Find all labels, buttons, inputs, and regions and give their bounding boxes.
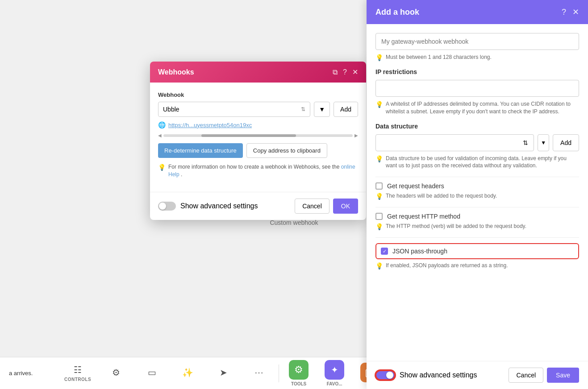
checkbox-headers-row: Get request headers [375, 182, 579, 190]
json-passthrough-label: JSON pass-through [392, 248, 447, 255]
webhook-add-btn[interactable]: Add [334, 102, 358, 117]
scroll-left-icon[interactable]: ◀ [158, 133, 162, 138]
toolbar-magic[interactable]: ✨ [170, 364, 205, 383]
name-hint: 💡 Must be between 1 and 128 characters l… [375, 54, 579, 61]
favorites-icon: ✦ [325, 360, 344, 380]
divider1 [375, 177, 579, 177]
ip-hint-icon: 💡 [375, 101, 383, 108]
webhook-select-row: Ubble ⇅ ▼ Add [158, 102, 358, 117]
scroll-right-icon[interactable]: ▶ [354, 133, 358, 138]
status-text: a arrives. [4, 370, 57, 377]
divider3 [375, 237, 579, 238]
ip-hint-text: A whitelist of IP addresses delimited by… [386, 100, 579, 116]
webhook-dropdown-btn[interactable]: ▼ [314, 102, 330, 117]
toggle-knob-hook [386, 372, 393, 379]
notes-icon: ▭ [148, 367, 156, 378]
advanced-settings-toggle[interactable] [158, 202, 176, 211]
checkbox-method-row: Get request HTTP method [375, 213, 579, 220]
toolbar-notes[interactable]: ▭ [134, 364, 170, 383]
checkbox-headers-label: Get request headers [387, 182, 444, 190]
data-structure-add-btn[interactable]: Add [553, 134, 579, 151]
divider2 [375, 207, 579, 207]
cancel-button[interactable]: Cancel [295, 199, 329, 214]
close-icon[interactable]: ✕ [352, 68, 358, 76]
webhook-hint-row: 💡 For more information on how to create … [158, 163, 358, 178]
expand-icon[interactable]: ⧉ [333, 68, 338, 76]
data-structure-select[interactable]: ⇅ [375, 134, 534, 151]
webhooks-modal-title: Webhooks [158, 68, 194, 76]
webhooks-modal-header: Webhooks ⧉ ? ✕ [150, 62, 366, 83]
add-hook-panel: Add a hook ? ✕ 💡 Must be between 1 and 1… [367, 0, 588, 389]
json-hint-icon: 💡 [375, 262, 383, 269]
webhooks-modal-body: Webhook Ubble ⇅ ▼ Add 🌐 https://h...uyes… [150, 83, 366, 192]
name-hint-text: Must be between 1 and 128 characters lon… [386, 54, 492, 61]
hook-name-input[interactable] [375, 33, 579, 50]
webhooks-modal-actions: ⧉ ? ✕ [333, 68, 358, 76]
toolbar-more[interactable]: ⋯ [241, 364, 277, 383]
json-passthrough-row: ✓ JSON pass-through [375, 243, 579, 259]
webhook-field-label: Webhook [158, 91, 358, 98]
data-structure-arrows-icon: ⇅ [523, 139, 528, 146]
footer-right-buttons: Cancel Save [509, 368, 579, 383]
toolbar-settings[interactable]: ⚙ [98, 364, 134, 383]
headers-hint: 💡 The headers will be added to the reque… [375, 192, 579, 200]
webhook-subtitle: Custom webhook [270, 219, 318, 226]
help-icon[interactable]: ? [343, 68, 347, 76]
json-hint: 💡 If enabled, JSON payloads are returned… [375, 262, 579, 269]
ok-button[interactable]: OK [333, 199, 358, 214]
toolbar-controls[interactable]: ☷ CONTROLS [57, 361, 98, 385]
add-hook-close-icon[interactable]: ✕ [572, 7, 579, 17]
copy-address-btn[interactable]: Copy address to clipboard [246, 143, 327, 158]
headers-hint-text: The headers will be added to the request… [386, 192, 497, 200]
webhook-select[interactable]: Ubble ⇅ [158, 102, 310, 117]
hint-icon: 💡 [158, 164, 166, 178]
data-structure-hint-icon: 💡 [375, 155, 383, 162]
ip-hint: 💡 A whitelist of IP addresses delimited … [375, 100, 579, 116]
headers-hint-icon: 💡 [375, 193, 383, 200]
toolbar-divider [279, 364, 279, 382]
checkbox-method-label: Get request HTTP method [387, 213, 460, 220]
save-button[interactable]: Save [547, 368, 579, 383]
url-scrollbar-thumb [201, 134, 296, 137]
checkbox-json-passthrough[interactable]: ✓ [381, 248, 388, 255]
toolbar-tools[interactable]: ⚙ TOOLS [281, 356, 317, 389]
add-hook-help-icon[interactable]: ? [562, 8, 566, 17]
webhook-url[interactable]: https://h...uyessmetpto54on19xc [168, 122, 358, 128]
toolbar-send[interactable]: ➤ [205, 364, 241, 383]
method-hint-text: The HTTP method (verb) will be added to … [386, 223, 526, 230]
magic-icon: ✨ [182, 367, 193, 378]
advanced-settings-toggle-row: Show advanced settings [158, 202, 258, 211]
footer-toggle-row: Show advanced settings [375, 370, 477, 380]
settings-icon: ⚙ [112, 367, 120, 378]
method-hint: 💡 The HTTP method (verb) will be added t… [375, 223, 579, 230]
webhooks-modal-footer: Show advanced settings Cancel OK [150, 192, 366, 220]
add-hook-title: Add a hook [375, 8, 419, 17]
webhook-select-value: Ubble [163, 106, 179, 113]
footer-buttons: Cancel OK [295, 199, 358, 214]
cancel-hook-button[interactable]: Cancel [509, 368, 543, 383]
data-structure-hint: 💡 Data structure to be used for validati… [375, 155, 579, 170]
add-hook-body: 💡 Must be between 1 and 128 characters l… [367, 24, 588, 361]
webhook-hint-text: For more information on how to create a … [168, 163, 358, 178]
more-icon: ⋯ [254, 367, 263, 378]
toolbar-favorites[interactable]: ✦ FAVO... [317, 356, 352, 389]
data-structure-dropdown-btn[interactable]: ▼ [538, 134, 549, 151]
checkbox-headers[interactable] [375, 182, 383, 190]
redetermine-btn[interactable]: Re-determine data structure [158, 143, 243, 158]
webhook-url-row: 🌐 https://h...uyessmetpto54on19xc [158, 121, 358, 128]
favorites-label: FAVO... [327, 381, 342, 386]
add-hook-header-icons: ? ✕ [562, 7, 579, 17]
add-hook-header: Add a hook ? ✕ [367, 0, 588, 24]
advanced-settings-toggle-hook[interactable] [375, 370, 395, 380]
data-structure-row: ⇅ ▼ Add [375, 134, 579, 151]
checkbox-method[interactable] [375, 213, 383, 220]
ip-label: IP restrictions [375, 68, 579, 75]
ip-input[interactable] [375, 80, 579, 97]
controls-label: CONTROLS [64, 377, 91, 382]
tools-label: TOOLS [291, 381, 306, 386]
action-btns-row: Re-determine data structure Copy address… [158, 143, 358, 158]
url-scrollbar[interactable] [163, 134, 353, 137]
url-scroll-row: ◀ ▶ [158, 131, 358, 140]
advanced-settings-label-hook: Show advanced settings [400, 371, 477, 379]
method-hint-icon: 💡 [375, 223, 383, 230]
